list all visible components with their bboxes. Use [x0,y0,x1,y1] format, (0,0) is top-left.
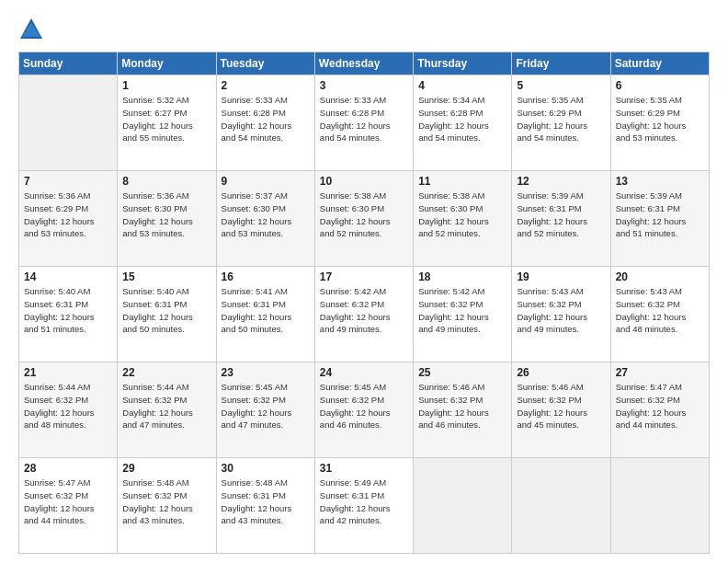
week-row-3: 14Sunrise: 5:40 AM Sunset: 6:31 PM Dayli… [19,267,710,362]
calendar-cell: 20Sunrise: 5:43 AM Sunset: 6:32 PM Dayli… [610,267,709,362]
day-number: 23 [222,366,310,379]
day-info: Sunrise: 5:36 AM Sunset: 6:29 PM Dayligh… [24,190,112,240]
day-info: Sunrise: 5:48 AM Sunset: 6:31 PM Dayligh… [222,477,310,527]
day-info: Sunrise: 5:42 AM Sunset: 6:32 PM Dayligh… [418,285,506,336]
day-number: 15 [122,270,210,283]
day-info: Sunrise: 5:46 AM Sunset: 6:32 PM Dayligh… [517,381,605,431]
day-number: 8 [122,175,210,188]
week-row-5: 28Sunrise: 5:47 AM Sunset: 6:32 PM Dayli… [19,458,710,554]
calendar-cell: 5Sunrise: 5:35 AM Sunset: 6:29 PM Daylig… [512,75,610,171]
calendar-cell: 14Sunrise: 5:40 AM Sunset: 6:31 PM Dayli… [19,267,118,362]
calendar-cell: 29Sunrise: 5:48 AM Sunset: 6:32 PM Dayli… [118,458,216,554]
day-info: Sunrise: 5:49 AM Sunset: 6:31 PM Dayligh… [320,477,408,527]
day-info: Sunrise: 5:41 AM Sunset: 6:31 PM Dayligh… [222,285,310,336]
day-info: Sunrise: 5:32 AM Sunset: 6:27 PM Dayligh… [122,94,210,144]
calendar-cell [414,458,512,554]
day-number: 20 [616,270,704,283]
day-info: Sunrise: 5:44 AM Sunset: 6:32 PM Dayligh… [24,381,112,431]
logo [18,17,48,42]
calendar-cell: 19Sunrise: 5:43 AM Sunset: 6:32 PM Dayli… [512,267,610,362]
calendar-cell: 1Sunrise: 5:32 AM Sunset: 6:27 PM Daylig… [118,75,216,171]
day-number: 19 [517,270,605,283]
calendar-cell: 23Sunrise: 5:45 AM Sunset: 6:32 PM Dayli… [216,362,314,458]
calendar-cell [610,458,709,554]
calendar-cell: 25Sunrise: 5:46 AM Sunset: 6:32 PM Dayli… [414,362,512,458]
day-number: 7 [24,175,112,188]
day-number: 26 [517,366,605,379]
day-number: 16 [222,270,310,283]
day-number: 12 [517,175,605,188]
day-number: 24 [320,366,408,379]
day-info: Sunrise: 5:42 AM Sunset: 6:32 PM Dayligh… [320,285,408,336]
day-info: Sunrise: 5:38 AM Sunset: 6:30 PM Dayligh… [320,190,408,240]
col-header-thursday: Thursday [414,52,512,75]
logo-icon [18,17,44,42]
col-header-monday: Monday [118,52,216,75]
day-info: Sunrise: 5:34 AM Sunset: 6:28 PM Dayligh… [418,94,506,144]
calendar-cell: 9Sunrise: 5:37 AM Sunset: 6:30 PM Daylig… [216,171,314,267]
calendar-cell: 27Sunrise: 5:47 AM Sunset: 6:32 PM Dayli… [610,362,709,458]
week-row-1: 1Sunrise: 5:32 AM Sunset: 6:27 PM Daylig… [19,75,710,171]
day-info: Sunrise: 5:45 AM Sunset: 6:32 PM Dayligh… [320,381,408,431]
day-info: Sunrise: 5:48 AM Sunset: 6:32 PM Dayligh… [122,477,210,527]
day-info: Sunrise: 5:33 AM Sunset: 6:28 PM Dayligh… [222,94,310,144]
day-number: 6 [616,79,704,92]
col-header-friday: Friday [512,52,610,75]
day-info: Sunrise: 5:47 AM Sunset: 6:32 PM Dayligh… [24,477,112,527]
col-header-sunday: Sunday [19,52,118,75]
day-number: 3 [320,79,408,92]
calendar-cell [19,75,118,171]
day-number: 5 [517,79,605,92]
calendar-cell: 4Sunrise: 5:34 AM Sunset: 6:28 PM Daylig… [414,75,512,171]
col-header-wednesday: Wednesday [314,52,413,75]
calendar-cell: 15Sunrise: 5:40 AM Sunset: 6:31 PM Dayli… [118,267,216,362]
calendar-cell: 2Sunrise: 5:33 AM Sunset: 6:28 PM Daylig… [216,75,314,171]
week-row-2: 7Sunrise: 5:36 AM Sunset: 6:29 PM Daylig… [19,171,710,267]
calendar-cell: 11Sunrise: 5:38 AM Sunset: 6:30 PM Dayli… [414,171,512,267]
calendar-cell: 22Sunrise: 5:44 AM Sunset: 6:32 PM Dayli… [118,362,216,458]
calendar-cell: 28Sunrise: 5:47 AM Sunset: 6:32 PM Dayli… [19,458,118,554]
day-info: Sunrise: 5:33 AM Sunset: 6:28 PM Dayligh… [320,94,408,144]
day-number: 25 [418,366,506,379]
day-info: Sunrise: 5:45 AM Sunset: 6:32 PM Dayligh… [222,381,310,431]
day-number: 29 [122,462,210,475]
calendar-cell: 3Sunrise: 5:33 AM Sunset: 6:28 PM Daylig… [314,75,413,171]
day-info: Sunrise: 5:40 AM Sunset: 6:31 PM Dayligh… [122,285,210,336]
calendar-cell: 13Sunrise: 5:39 AM Sunset: 6:31 PM Dayli… [610,171,709,267]
calendar-cell: 16Sunrise: 5:41 AM Sunset: 6:31 PM Dayli… [216,267,314,362]
day-number: 9 [222,175,310,188]
day-number: 10 [320,175,408,188]
calendar-table: SundayMondayTuesdayWednesdayThursdayFrid… [18,52,710,554]
day-info: Sunrise: 5:47 AM Sunset: 6:32 PM Dayligh… [616,381,704,431]
day-info: Sunrise: 5:39 AM Sunset: 6:31 PM Dayligh… [616,190,704,240]
day-number: 18 [418,270,506,283]
svg-marker-1 [22,22,40,37]
calendar-cell [512,458,610,554]
calendar-cell: 24Sunrise: 5:45 AM Sunset: 6:32 PM Dayli… [314,362,413,458]
day-info: Sunrise: 5:37 AM Sunset: 6:30 PM Dayligh… [222,190,310,240]
calendar-cell: 12Sunrise: 5:39 AM Sunset: 6:31 PM Dayli… [512,171,610,267]
week-row-4: 21Sunrise: 5:44 AM Sunset: 6:32 PM Dayli… [19,362,710,458]
calendar-cell: 21Sunrise: 5:44 AM Sunset: 6:32 PM Dayli… [19,362,118,458]
calendar-cell: 26Sunrise: 5:46 AM Sunset: 6:32 PM Dayli… [512,362,610,458]
day-info: Sunrise: 5:35 AM Sunset: 6:29 PM Dayligh… [616,94,704,144]
col-header-saturday: Saturday [610,52,709,75]
header [18,17,710,42]
calendar-cell: 31Sunrise: 5:49 AM Sunset: 6:31 PM Dayli… [314,458,413,554]
day-info: Sunrise: 5:43 AM Sunset: 6:32 PM Dayligh… [517,285,605,336]
calendar-cell: 6Sunrise: 5:35 AM Sunset: 6:29 PM Daylig… [610,75,709,171]
day-number: 30 [222,462,310,475]
calendar-cell: 8Sunrise: 5:36 AM Sunset: 6:30 PM Daylig… [118,171,216,267]
calendar-header-row: SundayMondayTuesdayWednesdayThursdayFrid… [19,52,710,75]
calendar-cell: 17Sunrise: 5:42 AM Sunset: 6:32 PM Dayli… [314,267,413,362]
calendar-cell: 30Sunrise: 5:48 AM Sunset: 6:31 PM Dayli… [216,458,314,554]
day-number: 14 [24,270,112,283]
day-number: 22 [122,366,210,379]
day-info: Sunrise: 5:35 AM Sunset: 6:29 PM Dayligh… [517,94,605,144]
day-number: 27 [616,366,704,379]
day-number: 21 [24,366,112,379]
day-number: 31 [320,462,408,475]
calendar-cell: 10Sunrise: 5:38 AM Sunset: 6:30 PM Dayli… [314,171,413,267]
day-info: Sunrise: 5:44 AM Sunset: 6:32 PM Dayligh… [122,381,210,431]
day-info: Sunrise: 5:38 AM Sunset: 6:30 PM Dayligh… [418,190,506,240]
